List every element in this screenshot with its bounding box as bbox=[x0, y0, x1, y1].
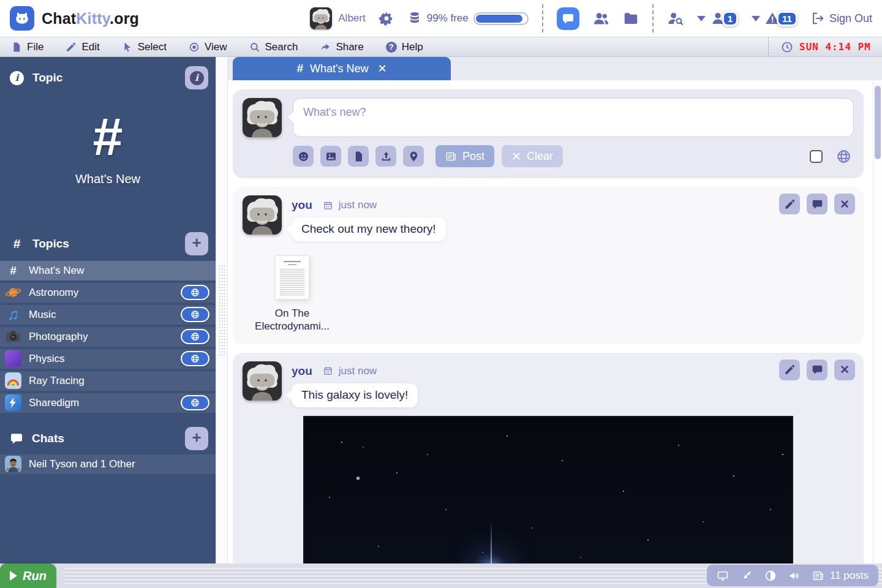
upload-button[interactable] bbox=[375, 146, 396, 167]
post-attachment[interactable]: On The Electrodynami... bbox=[252, 256, 332, 333]
run-button[interactable]: Run bbox=[0, 564, 56, 588]
sidebar-item-physics[interactable]: Physics bbox=[0, 349, 216, 369]
info-circle-icon: i bbox=[10, 71, 24, 85]
post-actions: ✕ bbox=[779, 360, 855, 380]
globe-icon[interactable] bbox=[836, 149, 851, 164]
add-chat-button[interactable]: + bbox=[185, 427, 208, 450]
user-name: Albert bbox=[338, 12, 365, 24]
app-title-kitty: Kitty bbox=[76, 10, 110, 27]
public-globe-badge[interactable] bbox=[181, 329, 209, 344]
star-spike bbox=[491, 520, 492, 564]
tab-close-icon[interactable]: ✕ bbox=[377, 62, 386, 75]
menu-help[interactable]: ?Help bbox=[386, 41, 423, 53]
public-globe-badge[interactable] bbox=[181, 285, 209, 300]
post-message-bubble: This galaxy is lovely! bbox=[292, 383, 418, 407]
search-icon bbox=[249, 42, 260, 53]
public-globe-badge[interactable] bbox=[181, 351, 209, 366]
document-thumbnail[interactable] bbox=[276, 256, 309, 299]
friends-menu-button[interactable]: 1 bbox=[697, 11, 738, 26]
app-title-chat: Chat bbox=[42, 10, 76, 27]
newspaper-icon bbox=[812, 570, 824, 582]
menu-search[interactable]: Search bbox=[249, 41, 298, 53]
sidebar-item-chat-neil-tyson[interactable]: Neil Tyson and 1 Other bbox=[0, 454, 216, 474]
friends-count-badge: 1 bbox=[722, 11, 738, 26]
composer-input-wrap bbox=[293, 98, 854, 137]
contrast-icon[interactable] bbox=[764, 570, 777, 582]
sidebar-item-ray-tracing[interactable]: Ray Tracing bbox=[0, 371, 216, 391]
alerts-count-badge: 11 bbox=[777, 11, 797, 26]
user-profile-button[interactable]: Albert bbox=[310, 7, 365, 29]
edit-post-button[interactable] bbox=[779, 360, 800, 380]
emoji-button[interactable] bbox=[293, 146, 314, 167]
location-pin-icon bbox=[408, 151, 420, 162]
add-image-button[interactable] bbox=[320, 146, 341, 167]
files-folder-icon[interactable] bbox=[623, 10, 639, 26]
monitor-icon[interactable] bbox=[717, 570, 729, 582]
public-checkbox[interactable] bbox=[810, 150, 823, 163]
comment-button[interactable] bbox=[807, 360, 827, 380]
database-icon bbox=[407, 11, 422, 26]
attach-file-button[interactable] bbox=[348, 146, 369, 167]
menu-edit[interactable]: Edit bbox=[66, 41, 99, 53]
posts-view-button[interactable] bbox=[557, 7, 579, 30]
menu-view[interactable]: View bbox=[189, 41, 227, 53]
location-button[interactable] bbox=[403, 146, 424, 167]
pencil-icon bbox=[784, 198, 796, 210]
user-avatar bbox=[310, 7, 332, 29]
posts-count: 11 posts bbox=[812, 570, 869, 582]
paintbrush-icon[interactable] bbox=[741, 570, 753, 582]
find-users-icon[interactable] bbox=[667, 10, 684, 27]
post-message-bubble: Check out my new theory! bbox=[292, 217, 446, 241]
menu-select[interactable]: Select bbox=[122, 41, 167, 53]
post-actions: ✕ bbox=[779, 194, 855, 214]
settings-gear-icon[interactable] bbox=[379, 11, 394, 26]
delete-post-button[interactable]: ✕ bbox=[834, 360, 855, 380]
sidebar-resize-handle[interactable] bbox=[216, 57, 228, 564]
sidebar-item-whats-new[interactable]: # What's New bbox=[0, 261, 216, 281]
edit-post-button[interactable] bbox=[779, 194, 800, 214]
current-topic-display: # What's New bbox=[0, 111, 216, 186]
topic-list: # What's New Astronomy ♫ Music Photograp… bbox=[0, 261, 216, 413]
galaxy-icon bbox=[5, 350, 21, 367]
attachment-name: On The Electrodynami... bbox=[252, 307, 332, 333]
delete-post-button[interactable]: ✕ bbox=[834, 194, 855, 214]
public-globe-badge[interactable] bbox=[181, 307, 209, 322]
clock-icon bbox=[781, 41, 793, 53]
chevron-down-icon bbox=[752, 16, 760, 21]
members-icon[interactable] bbox=[593, 10, 609, 27]
hash-icon: # bbox=[296, 62, 303, 75]
topic-info-button[interactable]: i bbox=[185, 66, 208, 89]
galaxy-image[interactable] bbox=[303, 416, 793, 564]
sidebar-item-astronomy[interactable]: Astronomy bbox=[0, 283, 216, 303]
clear-button[interactable]: ✕ Clear bbox=[502, 145, 563, 167]
sidebar-item-sharedigm[interactable]: Sharedigm bbox=[0, 393, 216, 413]
post-button[interactable]: Post bbox=[435, 145, 494, 167]
alerts-menu-button[interactable]: 11 bbox=[752, 11, 797, 26]
upload-icon bbox=[380, 151, 392, 162]
tab-bar: # What's New ✕ bbox=[228, 57, 882, 80]
public-globe-badge[interactable] bbox=[181, 395, 209, 410]
menu-file[interactable]: File bbox=[11, 41, 43, 53]
x-icon: ✕ bbox=[840, 197, 850, 211]
play-icon bbox=[10, 571, 17, 581]
comment-button[interactable] bbox=[807, 194, 827, 214]
scrollbar-thumb[interactable] bbox=[875, 86, 881, 159]
tab-whats-new[interactable]: # What's New ✕ bbox=[233, 57, 451, 80]
sidebar-item-photography[interactable]: Photography bbox=[0, 327, 216, 347]
sidebar-item-music[interactable]: ♫ Music bbox=[0, 305, 216, 325]
post-item: you just now This galaxy is lovely! ✕ bbox=[233, 353, 864, 564]
post-author: you bbox=[292, 198, 312, 212]
add-topic-button[interactable]: + bbox=[185, 232, 208, 255]
app-title-org: .org bbox=[110, 10, 139, 27]
footer-bar: Run 11 posts bbox=[0, 564, 882, 588]
speaker-icon[interactable] bbox=[788, 570, 801, 582]
menu-share[interactable]: Share bbox=[320, 41, 363, 53]
plus-icon: + bbox=[192, 429, 201, 445]
post-composer: Post ✕ Clear bbox=[233, 89, 864, 178]
chatkitty-logo-icon[interactable] bbox=[10, 6, 34, 31]
vertical-scrollbar[interactable] bbox=[873, 80, 882, 564]
calendar-icon bbox=[323, 200, 333, 211]
sign-out-button[interactable]: Sign Out bbox=[811, 12, 872, 25]
new-post-input[interactable] bbox=[293, 98, 854, 137]
sign-out-icon bbox=[811, 12, 824, 25]
